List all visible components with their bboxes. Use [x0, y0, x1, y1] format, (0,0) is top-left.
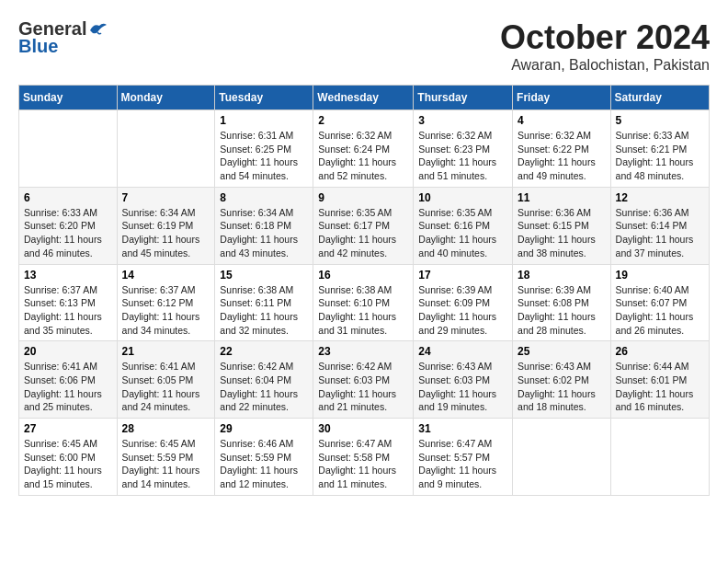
calendar-cell: 8Sunrise: 6:34 AM Sunset: 6:18 PM Daylig… [215, 187, 313, 264]
week-row-1: 1Sunrise: 6:31 AM Sunset: 6:25 PM Daylig… [19, 110, 710, 188]
day-info: Sunrise: 6:33 AM Sunset: 6:21 PM Dayligh… [616, 129, 704, 183]
day-number: 14 [122, 269, 210, 282]
day-info: Sunrise: 6:47 AM Sunset: 5:57 PM Dayligh… [418, 437, 507, 491]
calendar-cell [513, 419, 611, 496]
calendar-cell: 3Sunrise: 6:32 AM Sunset: 6:23 PM Daylig… [414, 110, 513, 188]
day-number: 12 [616, 191, 704, 204]
day-number: 23 [318, 345, 408, 358]
day-info: Sunrise: 6:43 AM Sunset: 6:03 PM Dayligh… [418, 360, 507, 414]
day-info: Sunrise: 6:39 AM Sunset: 6:08 PM Dayligh… [518, 283, 606, 338]
day-info: Sunrise: 6:45 AM Sunset: 6:00 PM Dayligh… [24, 437, 112, 491]
day-info: Sunrise: 6:37 AM Sunset: 6:13 PM Dayligh… [24, 283, 112, 338]
header: General Blue October 2024 Awaran, Baloch… [18, 18, 710, 74]
day-info: Sunrise: 6:37 AM Sunset: 6:12 PM Dayligh… [122, 283, 210, 338]
calendar-cell: 25Sunrise: 6:43 AM Sunset: 6:02 PM Dayli… [513, 341, 611, 419]
calendar-cell: 31Sunrise: 6:47 AM Sunset: 5:57 PM Dayli… [414, 419, 513, 496]
calendar-cell: 6Sunrise: 6:33 AM Sunset: 6:20 PM Daylig… [19, 187, 118, 264]
calendar-cell [19, 110, 118, 188]
calendar-table: SundayMondayTuesdayWednesdayThursdayFrid… [18, 85, 710, 496]
calendar-cell: 22Sunrise: 6:42 AM Sunset: 6:04 PM Dayli… [215, 341, 313, 419]
calendar-cell: 14Sunrise: 6:37 AM Sunset: 6:12 PM Dayli… [117, 264, 215, 341]
calendar-cell: 16Sunrise: 6:38 AM Sunset: 6:10 PM Dayli… [313, 264, 414, 341]
day-number: 29 [220, 422, 308, 435]
day-number: 7 [122, 191, 210, 204]
day-info: Sunrise: 6:39 AM Sunset: 6:09 PM Dayligh… [418, 283, 507, 338]
calendar-cell: 9Sunrise: 6:35 AM Sunset: 6:17 PM Daylig… [313, 187, 414, 264]
day-number: 6 [24, 191, 112, 204]
calendar-cell: 18Sunrise: 6:39 AM Sunset: 6:08 PM Dayli… [513, 264, 611, 341]
calendar-cell: 11Sunrise: 6:36 AM Sunset: 6:15 PM Dayli… [513, 187, 611, 264]
logo-blue: Blue [18, 36, 58, 57]
day-info: Sunrise: 6:34 AM Sunset: 6:19 PM Dayligh… [122, 206, 210, 260]
day-number: 1 [220, 114, 308, 127]
month-title: October 2024 [500, 18, 710, 57]
day-info: Sunrise: 6:38 AM Sunset: 6:10 PM Dayligh… [318, 283, 408, 338]
day-info: Sunrise: 6:47 AM Sunset: 5:58 PM Dayligh… [318, 437, 408, 491]
day-info: Sunrise: 6:32 AM Sunset: 6:23 PM Dayligh… [418, 129, 507, 183]
day-number: 26 [616, 345, 704, 358]
day-info: Sunrise: 6:33 AM Sunset: 6:20 PM Dayligh… [24, 206, 112, 260]
location-title: Awaran, Balochistan, Pakistan [500, 57, 710, 74]
week-row-5: 27Sunrise: 6:45 AM Sunset: 6:00 PM Dayli… [19, 419, 710, 496]
day-number: 16 [318, 269, 408, 282]
day-number: 15 [220, 269, 308, 282]
calendar-cell: 28Sunrise: 6:45 AM Sunset: 5:59 PM Dayli… [117, 419, 215, 496]
day-info: Sunrise: 6:45 AM Sunset: 5:59 PM Dayligh… [122, 437, 210, 491]
day-number: 31 [418, 422, 507, 435]
calendar-cell: 12Sunrise: 6:36 AM Sunset: 6:14 PM Dayli… [610, 187, 709, 264]
day-number: 11 [518, 191, 606, 204]
column-header-saturday: Saturday [610, 86, 709, 110]
calendar-cell: 20Sunrise: 6:41 AM Sunset: 6:06 PM Dayli… [19, 341, 118, 419]
day-number: 17 [418, 269, 507, 282]
day-info: Sunrise: 6:35 AM Sunset: 6:16 PM Dayligh… [418, 206, 507, 260]
day-info: Sunrise: 6:40 AM Sunset: 6:07 PM Dayligh… [616, 283, 704, 338]
day-info: Sunrise: 6:41 AM Sunset: 6:05 PM Dayligh… [122, 360, 210, 414]
day-number: 18 [518, 269, 606, 282]
calendar-cell [610, 419, 709, 496]
calendar-cell: 21Sunrise: 6:41 AM Sunset: 6:05 PM Dayli… [117, 341, 215, 419]
day-number: 24 [418, 345, 507, 358]
calendar-cell: 5Sunrise: 6:33 AM Sunset: 6:21 PM Daylig… [610, 110, 709, 188]
week-row-2: 6Sunrise: 6:33 AM Sunset: 6:20 PM Daylig… [19, 187, 710, 264]
day-info: Sunrise: 6:35 AM Sunset: 6:17 PM Dayligh… [318, 206, 408, 260]
week-row-4: 20Sunrise: 6:41 AM Sunset: 6:06 PM Dayli… [19, 341, 710, 419]
calendar-cell: 7Sunrise: 6:34 AM Sunset: 6:19 PM Daylig… [117, 187, 215, 264]
day-number: 5 [616, 114, 704, 127]
calendar-cell: 19Sunrise: 6:40 AM Sunset: 6:07 PM Dayli… [610, 264, 709, 341]
day-info: Sunrise: 6:38 AM Sunset: 6:11 PM Dayligh… [220, 283, 308, 338]
calendar-cell: 26Sunrise: 6:44 AM Sunset: 6:01 PM Dayli… [610, 341, 709, 419]
day-number: 9 [318, 191, 408, 204]
day-number: 19 [616, 269, 704, 282]
day-info: Sunrise: 6:32 AM Sunset: 6:24 PM Dayligh… [318, 129, 408, 183]
header-row: SundayMondayTuesdayWednesdayThursdayFrid… [19, 86, 710, 110]
logo: General Blue [18, 18, 108, 57]
day-number: 13 [24, 269, 112, 282]
day-number: 2 [318, 114, 408, 127]
day-info: Sunrise: 6:44 AM Sunset: 6:01 PM Dayligh… [616, 360, 704, 414]
day-info: Sunrise: 6:31 AM Sunset: 6:25 PM Dayligh… [220, 129, 308, 183]
calendar-cell: 30Sunrise: 6:47 AM Sunset: 5:58 PM Dayli… [313, 419, 414, 496]
calendar-cell: 17Sunrise: 6:39 AM Sunset: 6:09 PM Dayli… [414, 264, 513, 341]
title-area: October 2024 Awaran, Balochistan, Pakist… [500, 18, 710, 74]
calendar-cell: 2Sunrise: 6:32 AM Sunset: 6:24 PM Daylig… [313, 110, 414, 188]
day-number: 20 [24, 345, 112, 358]
column-header-thursday: Thursday [414, 86, 513, 110]
day-number: 28 [122, 422, 210, 435]
day-info: Sunrise: 6:32 AM Sunset: 6:22 PM Dayligh… [518, 129, 606, 183]
day-info: Sunrise: 6:42 AM Sunset: 6:03 PM Dayligh… [318, 360, 408, 414]
calendar-cell: 29Sunrise: 6:46 AM Sunset: 5:59 PM Dayli… [215, 419, 313, 496]
calendar-cell [117, 110, 215, 188]
column-header-monday: Monday [117, 86, 215, 110]
calendar-cell: 27Sunrise: 6:45 AM Sunset: 6:00 PM Dayli… [19, 419, 118, 496]
day-number: 4 [518, 114, 606, 127]
logo-bird-icon [88, 21, 108, 38]
calendar-cell: 4Sunrise: 6:32 AM Sunset: 6:22 PM Daylig… [513, 110, 611, 188]
day-info: Sunrise: 6:46 AM Sunset: 5:59 PM Dayligh… [220, 437, 308, 491]
day-number: 10 [418, 191, 507, 204]
day-number: 27 [24, 422, 112, 435]
calendar-cell: 1Sunrise: 6:31 AM Sunset: 6:25 PM Daylig… [215, 110, 313, 188]
week-row-3: 13Sunrise: 6:37 AM Sunset: 6:13 PM Dayli… [19, 264, 710, 341]
calendar-cell: 15Sunrise: 6:38 AM Sunset: 6:11 PM Dayli… [215, 264, 313, 341]
calendar-cell: 10Sunrise: 6:35 AM Sunset: 6:16 PM Dayli… [414, 187, 513, 264]
column-header-tuesday: Tuesday [215, 86, 313, 110]
